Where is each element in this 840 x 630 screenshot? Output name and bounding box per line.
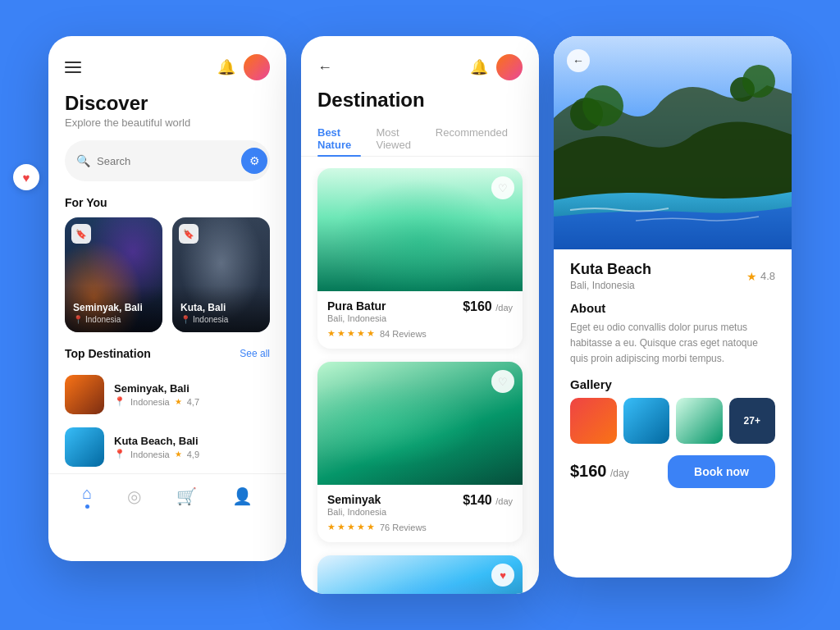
- screen-destination: ← 🔔 Destination Best Nature Most Viewed …: [301, 36, 539, 594]
- card-body: Seminyak Bali, Indonesia $140 /day ★ ★ ★…: [317, 485, 523, 542]
- card-price: $140 /day: [463, 493, 513, 508]
- s2-header: ← 🔔: [301, 36, 539, 89]
- header-right: 🔔: [217, 54, 270, 80]
- star-icon: ★: [337, 522, 345, 532]
- dest-name: Kuta Beach, Bali: [114, 435, 270, 447]
- location-nav-icon[interactable]: ◎: [127, 487, 141, 505]
- destinations-list: ♡ Pura Batur Bali, Indonesia $160 /day: [301, 168, 539, 594]
- featured-cards-row: 🔖 Seminyak, Bali 📍 Indonesia 🔖 Kuta, Bal…: [48, 217, 286, 347]
- card-image: ♡: [317, 168, 523, 291]
- screen-discover: 🔔 Discover Explore the beautiful world 🔍…: [48, 36, 286, 561]
- card-title: Kuta, Bali: [180, 302, 262, 313]
- star-icon: ★: [175, 450, 182, 459]
- star-icon: ★: [357, 328, 365, 339]
- top-dest-label: Top Destination: [65, 347, 151, 360]
- price-value: $140: [463, 493, 492, 507]
- heart-button[interactable]: ♡: [491, 370, 514, 393]
- card-image: ♡: [317, 362, 523, 485]
- card-title: Seminyak, Bali: [73, 302, 154, 313]
- bell-icon[interactable]: 🔔: [217, 58, 235, 76]
- nav-cart[interactable]: 🛒: [176, 486, 197, 506]
- dest-info: Kuta Beach, Bali 📍 Indonesia ★ 4,9: [114, 435, 270, 459]
- nav-location[interactable]: ◎: [127, 486, 141, 506]
- star-icon: ★: [347, 522, 355, 532]
- book-now-button[interactable]: Book now: [668, 455, 775, 488]
- top-destination-header: Top Destination See all: [48, 347, 286, 368]
- star-icon: ★: [357, 522, 365, 532]
- place-title: Kuta Beach: [570, 261, 651, 278]
- card-location: Bali, Indonesia: [327, 507, 386, 517]
- page-title: Discover: [65, 92, 270, 115]
- page-title: Destination: [301, 89, 539, 121]
- svg-point-4: [742, 65, 775, 98]
- tab-most-viewed[interactable]: Most Viewed: [376, 121, 420, 156]
- price-value: $160: [463, 299, 492, 313]
- card-info: Pura Batur Bali, Indonesia: [327, 299, 386, 323]
- see-all-link[interactable]: See all: [240, 348, 270, 359]
- dest-name: Seminyak, Bali: [114, 382, 270, 395]
- s1-header: 🔔: [48, 36, 286, 89]
- card-image: ♥: [317, 555, 523, 594]
- destination-item-seminyak[interactable]: Seminyak, Bali 📍 Indonesia ★ 4,7: [48, 368, 286, 421]
- tab-recommended[interactable]: Recommended: [436, 121, 508, 156]
- detail-footer: $160 /day Book now: [554, 444, 792, 503]
- card-kuta-bali[interactable]: 🔖 Kuta, Bali 📍 Indonesia: [172, 217, 270, 332]
- nav-profile[interactable]: 👤: [232, 486, 253, 506]
- price-per: /day: [495, 496, 513, 506]
- bookmark-icon[interactable]: 🔖: [179, 224, 199, 244]
- dest-thumbnail: [65, 427, 104, 467]
- nav-home[interactable]: ⌂: [82, 484, 92, 509]
- profile-icon[interactable]: 👤: [232, 487, 253, 505]
- avatar[interactable]: [496, 54, 523, 80]
- place-location: Bali, Indonesia: [570, 280, 651, 291]
- review-count: 84 Reviews: [380, 329, 427, 339]
- location-icon: 📍: [180, 315, 190, 324]
- stars-row: ★ ★ ★ ★ ★ 76 Reviews: [327, 522, 513, 532]
- dest-card-pura-batur[interactable]: ♡ Pura Batur Bali, Indonesia $160 /day: [317, 168, 523, 349]
- tab-best-nature[interactable]: Best Nature: [317, 121, 361, 156]
- price-area: $160 /day: [570, 462, 629, 481]
- bookmark-icon[interactable]: 🔖: [71, 224, 91, 244]
- card-row: Pura Batur Bali, Indonesia $160 /day: [327, 299, 513, 323]
- avatar[interactable]: [244, 54, 270, 80]
- heart-button[interactable]: ♡: [491, 176, 514, 199]
- price-value: $160: [570, 462, 607, 480]
- hamburger-icon[interactable]: [65, 62, 81, 73]
- card-name: Pura Batur: [327, 299, 386, 313]
- gallery-thumb-2[interactable]: [623, 398, 670, 444]
- about-section-title: About: [570, 301, 775, 315]
- card-overlay: Kuta, Bali 📍 Indonesia: [172, 285, 270, 332]
- dest-card-kuta-beach[interactable]: ♥ Kuta Beach Bali, Indonesia $170 /day: [317, 555, 523, 594]
- star-icon: ★: [337, 328, 345, 339]
- star-icon: ★: [367, 522, 375, 532]
- gallery-thumb-1[interactable]: [570, 398, 617, 444]
- home-icon[interactable]: ⌂: [82, 484, 92, 502]
- search-input[interactable]: [97, 155, 235, 167]
- filter-button[interactable]: ⚙: [241, 148, 267, 174]
- search-bar[interactable]: 🔍 ⚙: [65, 140, 270, 181]
- place-name: Kuta Beach Bali, Indonesia: [570, 261, 651, 291]
- location-pin-icon: 📍: [114, 396, 126, 407]
- star-icon: ★: [327, 522, 336, 532]
- back-button[interactable]: ←: [567, 49, 590, 72]
- bottom-nav: ⌂ ◎ 🛒 👤: [48, 473, 286, 523]
- card-price: $160 /day: [463, 299, 513, 314]
- card-body: Pura Batur Bali, Indonesia $160 /day ★ ★…: [317, 291, 523, 349]
- star-icon: ★: [746, 270, 757, 283]
- gallery-section-title: Gallery: [570, 377, 775, 391]
- gallery-more-button[interactable]: 27+: [729, 398, 776, 444]
- heart-button[interactable]: ♥: [491, 564, 514, 587]
- cart-icon[interactable]: 🛒: [176, 487, 197, 505]
- stars-row: ★ ★ ★ ★ ★ 84 Reviews: [327, 328, 513, 339]
- destination-item-kuta[interactable]: Kuta Beach, Bali 📍 Indonesia ★ 4,9: [48, 421, 286, 473]
- back-button[interactable]: ←: [317, 59, 332, 76]
- gallery-thumb-3[interactable]: [676, 398, 723, 444]
- screens-container: 🔔 Discover Explore the beautiful world 🔍…: [48, 36, 792, 594]
- star-icon: ★: [367, 328, 375, 339]
- card-seminyak[interactable]: 🔖 Seminyak, Bali 📍 Indonesia: [65, 217, 162, 332]
- bell-icon[interactable]: 🔔: [470, 58, 488, 76]
- svg-point-2: [582, 85, 623, 126]
- gallery-row: 27+: [570, 398, 775, 444]
- dest-card-seminyak[interactable]: ♡ Seminyak Bali, Indonesia $140 /day: [317, 362, 523, 542]
- card-location: 📍 Indonesia: [73, 315, 154, 324]
